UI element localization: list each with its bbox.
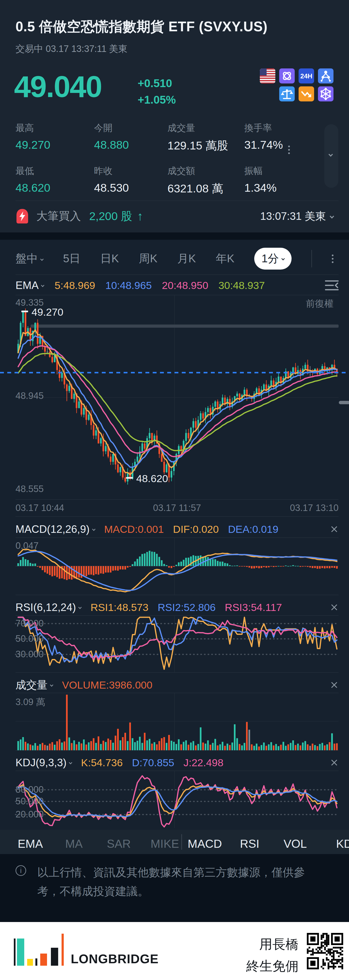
- 24h-badge-icon[interactable]: 24H: [298, 68, 314, 83]
- slogan-line2: 終生免佣: [218, 958, 298, 975]
- stat-value: 48.880: [94, 138, 168, 151]
- volume-values: VOLUME:3986.000: [53, 679, 152, 691]
- big-order-time: 13:07:31 美東: [260, 209, 326, 223]
- macd-header: MACD(12,26,9) MACD:0.001DIF:0.020DEA:0.0…: [16, 521, 339, 537]
- indicator-tab-KDJ[interactable]: KDJ: [336, 837, 349, 850]
- stat-cell-今開: 今開48.880: [94, 122, 168, 154]
- stat-cell-成交額: 成交額6321.08 萬: [168, 165, 244, 196]
- close-icon[interactable]: [330, 681, 339, 689]
- last-price: 49.040: [14, 69, 102, 104]
- atom-badge-icon[interactable]: [279, 68, 295, 83]
- kdj-header: KDJ(9,3,3) K:54.736D:70.855J:22.498: [16, 755, 339, 771]
- period-tab-盤中[interactable]: 盤中: [16, 251, 43, 266]
- indicator-settings-icon[interactable]: [325, 280, 339, 291]
- divider: [181, 834, 182, 850]
- chart-scroll-indicator[interactable]: [339, 401, 349, 404]
- ema-legend-values: 5:48.96910:48.96520:48.95030:48.937: [54, 280, 265, 291]
- stat-value: 48.620: [16, 181, 94, 194]
- stat-value: 48.530: [94, 181, 168, 194]
- big-order-label: 大筆買入: [36, 208, 81, 224]
- indicator-tab-MA[interactable]: MA: [65, 837, 82, 850]
- stat-label: 成交額: [168, 165, 244, 177]
- period-tab-年K[interactable]: 年K: [216, 251, 234, 266]
- stat-cell-最低: 最低48.620: [16, 165, 94, 196]
- legend-value: RSI2:52.806: [158, 601, 216, 613]
- molecule-badge-icon[interactable]: [318, 68, 333, 83]
- rsi-chart[interactable]: [0, 616, 349, 673]
- indicator-tab-MIKE[interactable]: MIKE: [151, 837, 179, 850]
- legend-value: D:70.855: [132, 757, 174, 768]
- trend-down-badge-icon[interactable]: [298, 86, 314, 102]
- indicator-tab-VOL[interactable]: VOL: [284, 837, 307, 850]
- big-order-row[interactable]: 大筆買入 2,200 股 ↑ 13:07:31 美東: [16, 205, 333, 228]
- stat-label: 昨收: [94, 165, 168, 177]
- brand-name: LONGBRIDGE: [71, 951, 159, 966]
- quote-section: 0.5 倍做空恐慌指數期貨 ETF (SVXY.US) 交易中 03.17 13…: [0, 0, 349, 232]
- period-tab-5日[interactable]: 5日: [63, 251, 81, 266]
- session-high-marker: 49.270: [21, 306, 63, 318]
- stat-label: 振幅: [244, 165, 321, 177]
- stat-value: 49.270: [16, 138, 94, 151]
- period-tab-月K[interactable]: 月K: [177, 251, 196, 266]
- indicator-tab-MACD[interactable]: MACD: [187, 837, 222, 850]
- volume-chart[interactable]: [0, 693, 349, 751]
- app-screen: 0.5 倍做空恐慌指數期貨 ETF (SVXY.US) 交易中 03.17 13…: [0, 0, 349, 980]
- rsi-grid-label-30: 30.000: [16, 649, 44, 659]
- disclaimer-text: 以上行情、資訊及其他數據來自第三方數據源，僅供參考，不構成投資建議。: [37, 863, 316, 900]
- footer: LONGBRIDGE 用長橋 終生免佣: [0, 922, 349, 980]
- stat-label: 成交量: [168, 122, 244, 134]
- close-icon[interactable]: [330, 758, 339, 767]
- period-tab-周K[interactable]: 周K: [139, 251, 157, 266]
- scale-badge-icon[interactable]: [279, 86, 295, 102]
- logo-bar: [17, 939, 24, 966]
- indicator-tab-SAR[interactable]: SAR: [107, 837, 131, 850]
- adjust-mode-label[interactable]: 前復權: [306, 298, 333, 310]
- kdj-indicator-selector[interactable]: KDJ(9,3,3): [16, 757, 67, 768]
- legend-value: 20:48.950: [162, 280, 208, 291]
- legend-value: RSI1:48.573: [90, 601, 148, 613]
- stat-value: 1.34%: [244, 181, 321, 194]
- us-flag-icon[interactable]: [260, 68, 275, 83]
- page-title: 0.5 倍做空恐慌指數期貨 ETF (SVXY.US): [16, 18, 338, 36]
- kdj-grid-label-80: 80.000: [16, 784, 44, 795]
- legend-value: VOLUME:3986.000: [62, 679, 152, 691]
- chevron-down-icon[interactable]: [330, 214, 334, 218]
- period-pill-selected[interactable]: 1分: [254, 248, 292, 270]
- macd-chart[interactable]: [0, 538, 349, 595]
- logo-bar: [27, 959, 33, 966]
- close-icon[interactable]: [330, 525, 339, 533]
- legend-value: 30:48.937: [218, 280, 265, 291]
- stats-expand-scroll[interactable]: [324, 124, 338, 188]
- period-tab-bar: 盤中5日日K周K月K年K 1分: [16, 243, 333, 274]
- indicator-tab-RSI[interactable]: RSI: [240, 837, 259, 850]
- stat-label: 最高: [16, 122, 94, 134]
- stat-cell-振幅: 振幅1.34%: [244, 165, 321, 196]
- y-axis-label-bottom: 48.555: [16, 484, 44, 494]
- kebab-menu-icon[interactable]: [332, 255, 333, 263]
- kdj-chart[interactable]: [0, 771, 349, 828]
- cube-network-badge-icon[interactable]: [318, 86, 333, 102]
- stat-cell-最高: 最高49.270: [16, 122, 94, 154]
- up-arrow-icon: ↑: [137, 209, 143, 223]
- main-indicator-selector[interactable]: EMA: [16, 279, 38, 291]
- stat-cell-成交量: 成交量129.15 萬股: [168, 122, 244, 154]
- stat-label: 最低: [16, 165, 94, 177]
- indicator-tab-EMA[interactable]: EMA: [18, 837, 43, 850]
- main-candle-chart[interactable]: [0, 295, 349, 500]
- macd-indicator-selector[interactable]: MACD(12,26,9): [16, 523, 90, 535]
- qr-code: [307, 933, 343, 969]
- stat-value: 6321.08 萬: [168, 181, 244, 196]
- rsi-indicator-selector[interactable]: RSI(6,12,24): [16, 601, 76, 613]
- chevron-down-icon: [328, 152, 333, 156]
- close-icon[interactable]: [330, 603, 339, 612]
- chevron-down-icon: [41, 284, 44, 287]
- legend-value: J:22.498: [184, 757, 224, 768]
- more-kebab-icon[interactable]: [288, 146, 290, 154]
- period-tab-日K[interactable]: 日K: [100, 251, 119, 266]
- legend-value: DEA:0.019: [228, 523, 278, 535]
- macd-y-label: 0.047: [16, 541, 38, 551]
- logo-bar: [51, 948, 58, 966]
- volume-indicator-selector[interactable]: 成交量: [16, 678, 48, 692]
- session-low-marker: 48.620: [126, 473, 168, 485]
- time-axis: 03.17 10:44 03.17 11:57 03.17 13:10: [16, 503, 339, 513]
